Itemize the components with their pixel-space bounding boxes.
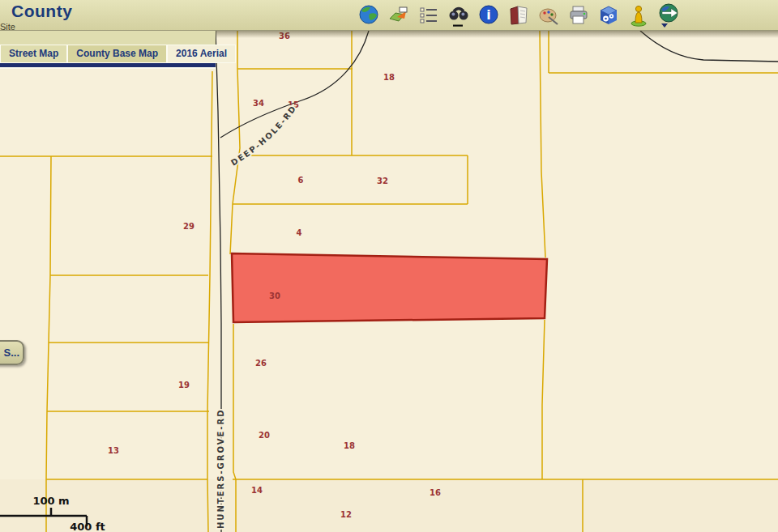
layer-list-tool-button[interactable] [418, 3, 439, 28]
gis-parcel-viewer: 30 36 18 34 15 6 32 29 4 26 19 20 18 13 … [0, 0, 778, 532]
active-tool-underline [453, 25, 463, 27]
scale-metric-label: 100 m [32, 495, 69, 507]
pan-map-icon [388, 3, 409, 28]
parcel-label: 6 [298, 176, 304, 185]
binoculars-search-icon [448, 3, 469, 28]
parcel-label: 14 [251, 486, 263, 495]
search-tool-button[interactable] [448, 3, 469, 28]
navigate-tool-button[interactable] [658, 3, 679, 28]
pan-map-tool-button[interactable] [388, 3, 409, 28]
scale-imperial-label: 400 ft [70, 521, 105, 532]
globe-icon [358, 3, 379, 28]
book-tool-button[interactable] [508, 3, 529, 28]
collapsed-panel-button[interactable]: S... [0, 340, 24, 365]
book-icon [508, 3, 529, 28]
dropdown-arrow-icon[interactable] [661, 23, 668, 28]
parcel-label: 29 [183, 222, 194, 231]
highlighted-parcel[interactable]: 30 [232, 253, 547, 322]
nav-globe-dropdown-icon [658, 3, 679, 28]
tools-cube-icon [598, 3, 619, 28]
page-title: County [11, 2, 72, 21]
panel-accent-bar [0, 63, 216, 69]
palette-icon [538, 3, 559, 28]
parcel-label-30: 30 [269, 292, 280, 300]
parcel-label: 36 [279, 32, 290, 40]
svg-text:i: i [486, 7, 490, 23]
panel-header-strip [0, 31, 216, 45]
map-lower-block [0, 479, 778, 532]
app-header: County Site [0, 0, 778, 31]
locate-person-tool-button[interactable] [628, 3, 649, 28]
globe-tool-button[interactable] [358, 3, 379, 28]
settings-tool-button[interactable] [598, 3, 619, 28]
parcel-label: 16 [430, 488, 441, 497]
parcel-label: 20 [259, 431, 270, 440]
parcel-label: 18 [344, 441, 355, 450]
parcel-label: 12 [340, 510, 352, 519]
info-tool-button[interactable]: i [478, 3, 499, 28]
parcel-label: 32 [377, 177, 388, 185]
printer-icon [568, 3, 589, 28]
info-icon: i [478, 3, 499, 28]
print-tool-button[interactable] [568, 3, 589, 28]
layer-list-icon [418, 3, 439, 28]
parcel-label: 18 [383, 73, 395, 82]
tab-county-base-map[interactable]: County Base Map [67, 45, 167, 63]
parcel-label: 4 [297, 228, 302, 237]
person-icon [628, 3, 649, 28]
parcel-label: 13 [108, 446, 119, 455]
basemap-tabbar: Street Map County Base Map 2016 Aerial [0, 45, 236, 63]
parcel-label: 19 [178, 381, 190, 389]
highlighted-parcel-shape[interactable] [232, 253, 547, 322]
road-label-hunters-grove: HUNTERS-GROVE-RD [216, 408, 225, 529]
parcel-label: 34 [253, 99, 264, 108]
map-canvas[interactable]: 30 36 18 34 15 6 32 29 4 26 19 20 18 13 … [0, 31, 778, 532]
parcel-label: 26 [255, 359, 267, 368]
toolbar: i [358, 3, 679, 28]
tab-street-map[interactable]: Street Map [0, 45, 67, 63]
tab-2016-aerial[interactable]: 2016 Aerial [167, 45, 236, 63]
draw-style-tool-button[interactable] [538, 3, 559, 28]
